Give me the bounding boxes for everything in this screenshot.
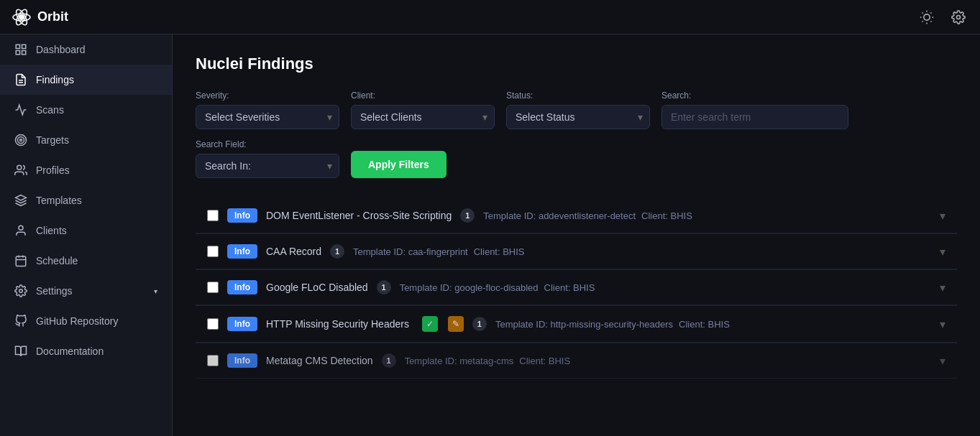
apply-filters-button[interactable]: Apply Filters <box>351 151 447 178</box>
severity-badge: Info <box>227 280 257 294</box>
sidebar-item-scans[interactable]: Scans <box>0 95 172 125</box>
docs-icon <box>14 345 27 358</box>
finding-row[interactable]: Info Google FLoC Disabled 1 Template ID:… <box>196 270 957 305</box>
svg-rect-26 <box>16 256 26 266</box>
sun-icon <box>920 10 934 24</box>
theme-toggle-button[interactable] <box>917 7 937 27</box>
sidebar-item-label: Findings <box>36 74 74 85</box>
finding-checkbox[interactable] <box>207 210 219 221</box>
search-field-label: Search Field: <box>196 139 339 149</box>
svg-line-12 <box>930 12 931 13</box>
svg-point-25 <box>19 226 23 230</box>
finding-count: 1 <box>472 317 487 331</box>
finding-checkbox[interactable] <box>207 246 219 257</box>
sidebar-item-docs[interactable]: Documentation <box>0 336 172 366</box>
filters-row-1: Severity: Select Severities Info Low Med… <box>196 91 957 129</box>
client: Client: BHIS <box>641 210 692 221</box>
main-content-area: Nuclei Findings Severity: Select Severit… <box>173 0 980 436</box>
sidebar-item-profiles[interactable]: Profiles <box>0 155 172 185</box>
svg-line-11 <box>922 21 923 22</box>
svg-rect-17 <box>16 51 19 55</box>
finding-count: 1 <box>377 280 391 294</box>
sidebar-item-label: Scans <box>36 104 64 116</box>
svg-rect-15 <box>22 45 26 48</box>
sidebar-item-schedule[interactable]: Schedule <box>0 246 172 276</box>
chevron-down-icon[interactable]: ▾ <box>940 317 945 331</box>
sidebar-item-clients[interactable]: Clients <box>0 215 172 246</box>
finding-row[interactable]: Info CAA Record 1 Template ID: caa-finge… <box>196 234 957 269</box>
svg-point-4 <box>924 14 930 19</box>
finding-meta: Template ID: metatag-cms Client: BHIS <box>405 356 931 366</box>
findings-icon <box>14 73 27 86</box>
sidebar-item-label: Dashboard <box>36 44 86 55</box>
finding-meta: Template ID: google-floc-disabled Client… <box>400 282 931 293</box>
search-field-select-wrapper: Search In: Name Template ID Client <box>196 154 339 178</box>
severity-select[interactable]: Select Severities Info Low Medium High C… <box>196 105 339 129</box>
severity-badge: Info <box>227 317 257 331</box>
sidebar-item-targets[interactable]: Targets <box>0 125 172 155</box>
finding-checkbox[interactable] <box>207 355 219 366</box>
template-id: Template ID: metatag-cms <box>405 356 514 366</box>
clients-icon <box>14 224 27 237</box>
edit-tag-icon: ✎ <box>448 316 464 332</box>
client-select-wrapper: Select Clients BHIS <box>351 105 495 129</box>
status-select[interactable]: Select Status Open Closed In Progress <box>506 105 650 129</box>
svg-marker-24 <box>16 195 27 201</box>
svg-rect-14 <box>16 45 19 48</box>
profiles-icon <box>14 164 27 177</box>
schedule-icon <box>14 254 27 267</box>
chevron-down-icon[interactable]: ▾ <box>940 209 945 223</box>
check-tag-icon: ✓ <box>422 316 438 332</box>
sidebar-item-label: Profiles <box>36 164 70 176</box>
search-field-select[interactable]: Search In: Name Template ID Client <box>196 154 339 178</box>
filters-row-2: Search Field: Search In: Name Template I… <box>196 139 957 178</box>
client-select[interactable]: Select Clients BHIS <box>351 105 495 129</box>
svg-point-23 <box>17 165 22 170</box>
svg-point-21 <box>18 137 24 144</box>
sidebar-item-settings[interactable]: Settings ▾ <box>0 276 172 306</box>
sidebar-item-findings[interactable]: Findings <box>0 65 172 95</box>
template-id: Template ID: google-floc-disabled <box>400 282 539 293</box>
status-select-wrapper: Select Status Open Closed In Progress <box>506 105 650 129</box>
sidebar-item-github[interactable]: GitHub Repository <box>0 306 172 336</box>
settings-button[interactable] <box>948 7 968 27</box>
sidebar: Dashboard Findings Scans Targets Pro <box>0 0 173 436</box>
logo-text: Orbit <box>37 9 68 24</box>
finding-row[interactable]: Info DOM EventListener - Cross-Site Scri… <box>196 198 957 233</box>
sidebar-item-label: Templates <box>36 195 82 206</box>
sidebar-item-label: Clients <box>36 225 67 236</box>
sidebar-item-label: Settings <box>36 285 73 297</box>
finding-meta: Template ID: addeventlistener-detect Cli… <box>483 210 931 221</box>
svg-point-30 <box>19 289 23 293</box>
chevron-down-icon[interactable]: ▾ <box>940 281 945 294</box>
chevron-down-icon[interactable]: ▾ <box>940 354 945 368</box>
template-id: Template ID: http-missing-security-heade… <box>495 319 673 330</box>
client: Client: BHIS <box>544 282 595 293</box>
template-id: Template ID: caa-fingerprint <box>353 246 468 257</box>
template-id: Template ID: addeventlistener-detect <box>483 210 636 221</box>
topbar: Orbit <box>0 0 980 34</box>
finding-checkbox[interactable] <box>207 282 219 293</box>
chevron-down-icon[interactable]: ▾ <box>940 245 945 259</box>
svg-line-7 <box>922 12 923 13</box>
client-label: Client: <box>351 91 495 101</box>
gear-icon <box>951 10 966 24</box>
status-label: Status: <box>506 91 650 101</box>
search-input[interactable] <box>661 105 848 129</box>
severity-select-wrapper: Select Severities Info Low Medium High C… <box>196 105 339 129</box>
sidebar-item-templates[interactable]: Templates <box>0 185 172 215</box>
finding-count: 1 <box>460 208 475 223</box>
sidebar-item-dashboard[interactable]: Dashboard <box>0 34 172 65</box>
severity-filter-group: Severity: Select Severities Info Low Med… <box>196 91 339 129</box>
finding-row[interactable]: Info Metatag CMS Detection 1 Template ID… <box>196 343 957 379</box>
page-title: Nuclei Findings <box>196 55 957 73</box>
svg-point-22 <box>20 139 22 142</box>
github-icon <box>14 315 27 328</box>
sidebar-item-label: Schedule <box>36 255 78 266</box>
finding-row[interactable]: Info HTTP Missing Security Headers ✓ ✎ 1… <box>196 306 957 343</box>
finding-name: CAA Record <box>266 246 321 257</box>
finding-name: DOM EventListener - Cross-Site Scripting <box>266 210 452 221</box>
targets-icon <box>14 134 27 147</box>
finding-checkbox[interactable] <box>207 318 219 330</box>
svg-point-13 <box>957 15 961 19</box>
